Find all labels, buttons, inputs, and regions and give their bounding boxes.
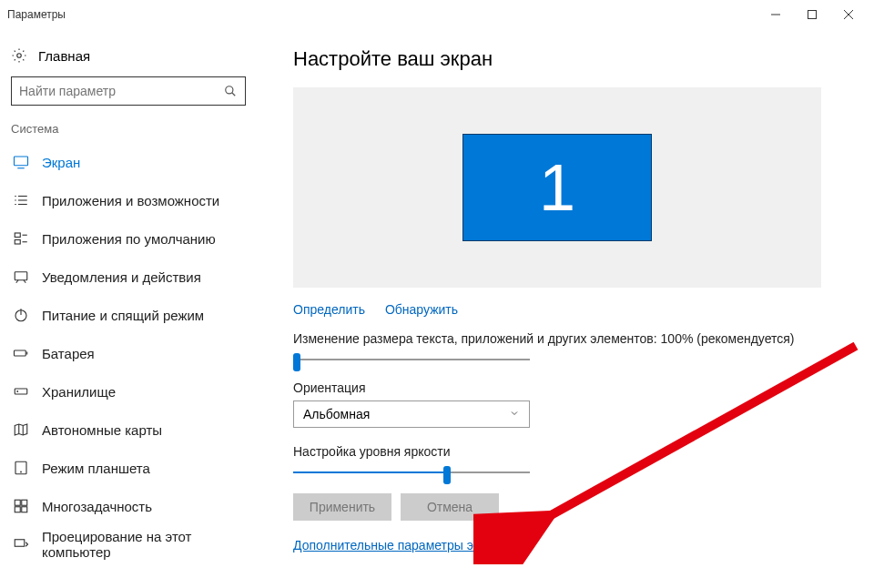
nav-label: Многозадачность	[42, 499, 152, 514]
page-title: Настройте ваш экран	[293, 47, 847, 71]
slider-thumb[interactable]	[293, 353, 300, 371]
monitor-tile[interactable]: 1	[462, 134, 652, 241]
chevron-down-icon	[509, 407, 520, 421]
svg-point-4	[17, 54, 22, 58]
nav-item-power[interactable]: Питание и спящий режим	[11, 296, 264, 334]
monitor-number: 1	[539, 150, 575, 225]
nav-item-default-apps[interactable]: Приложения по умолчанию	[11, 219, 264, 258]
notifications-icon	[13, 269, 29, 285]
svg-rect-22	[15, 350, 26, 356]
battery-icon	[13, 345, 29, 361]
home-link[interactable]: Главная	[11, 40, 264, 76]
nav-list: Экран Приложения и возможности Приложени…	[11, 143, 264, 563]
orientation-value: Альбомная	[303, 407, 370, 421]
power-icon	[13, 307, 29, 323]
advanced-display-link[interactable]: Дополнительные параметры экрана	[293, 538, 507, 553]
svg-point-25	[17, 391, 18, 392]
svg-rect-31	[22, 500, 27, 505]
svg-rect-24	[15, 389, 27, 394]
svg-rect-34	[15, 540, 25, 547]
gear-icon	[11, 47, 27, 64]
svg-rect-19	[15, 272, 27, 280]
default-apps-icon	[13, 230, 29, 247]
svg-rect-32	[15, 507, 20, 512]
nav-label: Уведомления и действия	[42, 269, 201, 285]
storage-icon	[13, 383, 29, 400]
brightness-slider[interactable]	[293, 464, 530, 481]
list-icon	[13, 192, 29, 208]
search-input-wrap[interactable]	[11, 76, 246, 106]
scale-slider[interactable]	[293, 351, 530, 368]
nav-item-display[interactable]: Экран	[11, 143, 264, 181]
svg-rect-15	[15, 233, 20, 238]
svg-point-29	[21, 471, 22, 472]
nav-label: Питание и спящий режим	[42, 308, 204, 323]
nav-label: Автономные карты	[42, 422, 162, 438]
svg-rect-33	[22, 507, 27, 512]
nav-item-tablet[interactable]: Режим планшета	[11, 449, 264, 487]
monitor-preview[interactable]: 1	[293, 87, 821, 288]
multitasking-icon	[13, 498, 29, 514]
nav-label: Экран	[42, 155, 80, 170]
nav-label: Батарея	[42, 346, 95, 361]
nav-item-multitasking[interactable]: Многозадачность	[11, 487, 264, 525]
nav-label: Хранилище	[42, 384, 116, 400]
svg-line-6	[232, 93, 236, 96]
nav-label: Приложения и возможности	[42, 193, 219, 208]
sidebar: Главная Система Экран Приложения и возмо…	[0, 29, 264, 588]
identify-link[interactable]: Определить	[293, 302, 365, 317]
brightness-label: Настройка уровня яркости	[293, 444, 847, 459]
slider-thumb[interactable]	[443, 466, 451, 484]
nav-item-battery[interactable]: Батарея	[11, 334, 264, 372]
cancel-button[interactable]: Отмена	[401, 493, 499, 521]
nav-label: Проецирование на этот компьютер	[42, 529, 264, 560]
minimize-button[interactable]	[757, 0, 794, 29]
search-input[interactable]	[19, 84, 223, 98]
projecting-icon	[13, 536, 29, 553]
orientation-select[interactable]: Альбомная	[293, 400, 530, 428]
titlebar: Параметры	[0, 0, 874, 29]
nav-label: Режим планшета	[42, 461, 150, 476]
svg-point-5	[226, 86, 233, 94]
detect-link[interactable]: Обнаружить	[385, 302, 458, 317]
nav-label: Приложения по умолчанию	[42, 231, 216, 247]
search-icon	[223, 84, 238, 98]
scale-label: Изменение размера текста, приложений и д…	[293, 331, 847, 346]
category-label: Система	[11, 122, 264, 136]
maximize-button[interactable]	[794, 0, 830, 29]
nav-item-apps[interactable]: Приложения и возможности	[11, 181, 264, 219]
tablet-icon	[13, 460, 29, 476]
orientation-label: Ориентация	[293, 380, 847, 395]
home-label: Главная	[38, 48, 90, 64]
display-icon	[13, 154, 29, 170]
maps-icon	[13, 421, 29, 438]
nav-item-storage[interactable]: Хранилище	[11, 372, 264, 411]
window-title: Параметры	[7, 8, 66, 21]
svg-rect-30	[15, 500, 20, 505]
svg-rect-1	[808, 11, 817, 19]
nav-item-maps[interactable]: Автономные карты	[11, 411, 264, 449]
apply-button[interactable]: Применить	[293, 493, 391, 521]
close-button[interactable]	[830, 0, 867, 29]
nav-item-projecting[interactable]: Проецирование на этот компьютер	[11, 525, 264, 563]
nav-item-notifications[interactable]: Уведомления и действия	[11, 258, 264, 296]
svg-rect-7	[15, 157, 28, 166]
svg-rect-16	[15, 240, 20, 245]
main-panel: Настройте ваш экран 1 Определить Обнаруж…	[264, 29, 874, 588]
